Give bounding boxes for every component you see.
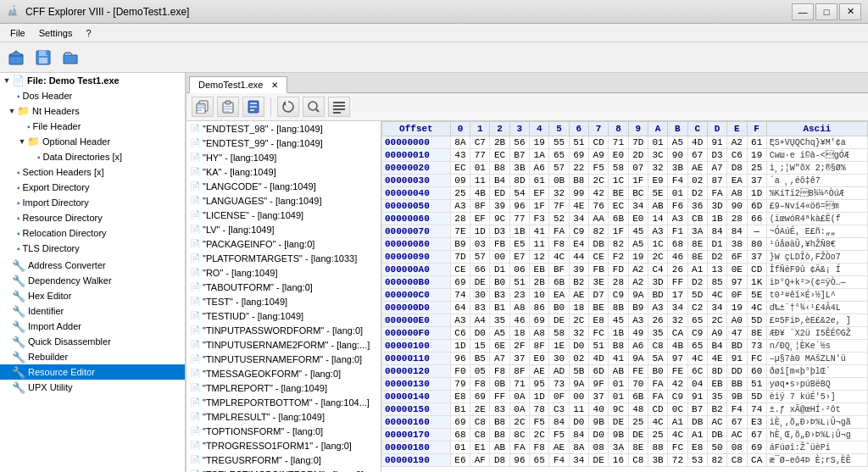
tree-data-dirs[interactable]: ▪ Data Directories [x] — [0, 149, 185, 164]
hex-byte[interactable]: 65 — [530, 454, 549, 467]
hex-byte[interactable]: BC — [628, 187, 648, 200]
hex-byte[interactable]: 6D — [747, 200, 766, 213]
hex-byte[interactable]: D1 — [490, 264, 509, 276]
hex-byte[interactable]: 25 — [648, 429, 667, 441]
hex-byte[interactable]: B9 — [628, 302, 648, 314]
hex-byte[interactable]: 01 — [470, 162, 490, 175]
hex-byte[interactable]: 55 — [549, 136, 569, 149]
hex-byte[interactable]: 5E — [648, 187, 667, 200]
hex-byte[interactable]: FB — [589, 264, 609, 276]
hex-byte[interactable]: EA — [727, 175, 747, 187]
hex-byte[interactable]: BE — [589, 302, 609, 314]
hex-byte[interactable]: 34 — [707, 302, 726, 314]
hex-byte[interactable]: CA — [747, 454, 766, 467]
hex-byte[interactable]: 6B — [549, 276, 569, 289]
hex-byte[interactable]: 4C — [747, 302, 766, 314]
hex-byte[interactable]: 8E — [747, 327, 766, 340]
hex-byte[interactable]: EF — [470, 213, 490, 225]
hex-columns-button[interactable] — [328, 97, 350, 117]
hex-byte[interactable]: 96 — [509, 454, 529, 467]
hex-byte[interactable]: 2C — [648, 251, 667, 264]
hex-byte[interactable]: 01 — [648, 136, 667, 149]
hex-byte[interactable]: 84 — [727, 225, 747, 238]
hex-byte[interactable]: 1D — [530, 391, 549, 403]
hex-byte[interactable]: 8A — [450, 136, 470, 149]
hex-byte[interactable]: 3D — [648, 276, 667, 289]
hex-byte[interactable]: 25 — [450, 187, 470, 200]
toolbar-home[interactable] — [3, 45, 29, 70]
hex-byte[interactable]: 5D — [687, 289, 707, 302]
hex-byte[interactable]: 09 — [450, 175, 470, 187]
resource-list-item[interactable]: 📄"TREGUSRFORM" - [lang:0] — [186, 453, 381, 467]
hex-byte[interactable]: E3 — [747, 416, 766, 429]
hex-byte[interactable]: DE — [470, 276, 490, 289]
hex-byte[interactable]: 32 — [569, 327, 588, 340]
hex-byte[interactable]: 19 — [628, 251, 648, 264]
hex-byte[interactable]: 19 — [747, 149, 766, 162]
hex-byte[interactable]: 08 — [727, 441, 747, 454]
hex-byte[interactable]: 68 — [668, 238, 687, 251]
hex-byte[interactable]: 22 — [569, 162, 588, 175]
hex-byte[interactable]: F4 — [549, 454, 569, 467]
hex-byte[interactable]: 68 — [450, 429, 470, 441]
hex-byte[interactable]: 1A — [530, 149, 549, 162]
hex-byte[interactable]: 12 — [530, 251, 549, 264]
hex-byte[interactable]: D3 — [707, 149, 726, 162]
hex-byte[interactable]: 15 — [470, 340, 490, 353]
menu-file[interactable]: File — [3, 26, 32, 40]
resource-list-item[interactable]: 📄"TEST" - [lang:1049] — [186, 294, 381, 308]
hex-byte[interactable]: FA — [509, 441, 529, 454]
hex-byte[interactable]: F4 — [727, 403, 747, 416]
hex-byte[interactable]: 6C — [687, 365, 707, 378]
hex-byte[interactable]: 43 — [450, 149, 470, 162]
hex-byte[interactable]: 85 — [707, 276, 726, 289]
hex-byte[interactable]: 65 — [549, 149, 569, 162]
tree-nt-headers[interactable]: ▼ 📁 Nt Headers — [0, 103, 185, 119]
hex-byte[interactable]: BF — [549, 264, 569, 276]
hex-byte[interactable]: 9A — [569, 378, 588, 391]
hex-byte[interactable]: 0B — [549, 175, 569, 187]
hex-byte[interactable]: 32 — [549, 187, 569, 200]
hex-byte[interactable]: 65 — [687, 314, 707, 327]
hex-byte[interactable]: 58 — [609, 162, 628, 175]
hex-byte[interactable]: 28 — [450, 213, 470, 225]
hex-byte[interactable]: 4D — [589, 353, 609, 365]
hex-byte[interactable]: 84 — [549, 416, 569, 429]
hex-byte[interactable]: 7D — [628, 136, 648, 149]
hex-byte[interactable]: 64 — [450, 302, 470, 314]
hex-byte[interactable]: 46 — [668, 251, 687, 264]
hex-byte[interactable]: 50 — [707, 441, 726, 454]
hex-byte[interactable]: D8 — [490, 454, 509, 467]
hex-byte[interactable]: 73 — [747, 340, 766, 353]
tree-addr-conv[interactable]: 🔧 Address Converter — [0, 258, 185, 273]
hex-refresh-button[interactable] — [277, 97, 299, 117]
hex-byte[interactable]: A0 — [727, 314, 747, 327]
hex-byte[interactable]: 4C — [648, 416, 667, 429]
hex-byte[interactable]: 88 — [648, 441, 667, 454]
hex-byte[interactable]: F6 — [668, 200, 687, 213]
hex-byte[interactable]: C3 — [549, 403, 569, 416]
hex-byte[interactable]: 69 — [530, 314, 549, 327]
hex-byte[interactable]: 8F — [509, 365, 529, 378]
hex-byte[interactable]: A3 — [450, 200, 470, 213]
hex-byte[interactable]: 51 — [509, 276, 529, 289]
resource-list-item[interactable]: 📄"PLATFORMTARGETS" - [lang:1033] — [186, 251, 381, 265]
hex-byte[interactable]: CB — [687, 213, 707, 225]
hex-byte[interactable]: D0 — [589, 429, 609, 441]
hex-byte[interactable]: B7 — [687, 403, 707, 416]
hex-byte[interactable]: 28 — [609, 276, 628, 289]
hex-byte[interactable]: 82 — [707, 454, 726, 467]
hex-byte[interactable]: A1 — [687, 264, 707, 276]
hex-byte[interactable]: 8E — [687, 251, 707, 264]
hex-byte[interactable]: 2C — [530, 429, 549, 441]
hex-byte[interactable]: AC — [707, 416, 726, 429]
hex-byte[interactable]: 67 — [747, 429, 766, 441]
hex-byte[interactable]: E8 — [450, 391, 470, 403]
hex-byte[interactable]: B2 — [707, 403, 726, 416]
hex-byte[interactable]: 67 — [687, 149, 707, 162]
tree-tls-dir[interactable]: ▪ TLS Directory — [0, 241, 185, 256]
tree-import-dir[interactable]: ▪ Import Directory — [0, 195, 185, 210]
hex-byte[interactable]: 96 — [450, 353, 470, 365]
hex-byte[interactable]: 91 — [687, 391, 707, 403]
hex-byte[interactable]: F8 — [530, 441, 549, 454]
